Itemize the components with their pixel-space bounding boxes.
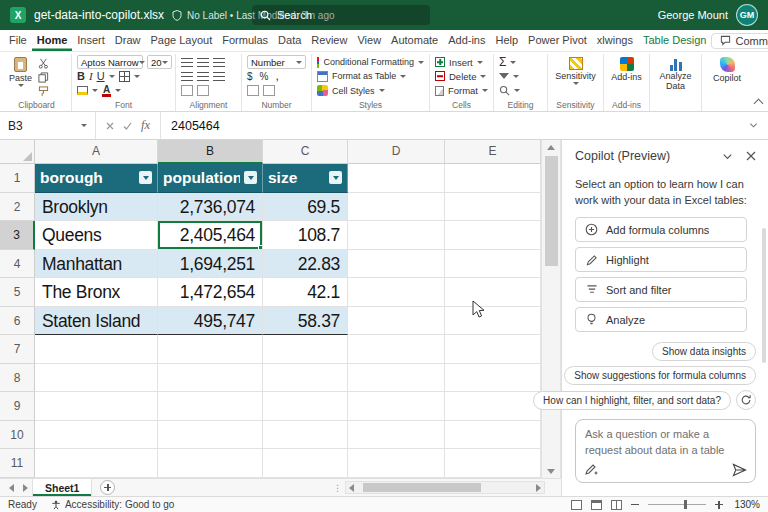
cell-c6[interactable]: 58.37 (263, 307, 348, 336)
increase-decimal-button[interactable] (247, 85, 259, 96)
font-color-button[interactable]: A (102, 85, 111, 97)
cell-d8[interactable] (348, 364, 445, 393)
copilot-option-add-formula-columns[interactable]: Add formula columns (575, 217, 747, 242)
cell-a2[interactable]: Brooklyn (35, 193, 158, 222)
format-as-table-button[interactable]: Format as Table (332, 71, 396, 81)
tab-formulas[interactable]: Formulas (217, 30, 273, 51)
cell-b4[interactable]: 1,694,251 (158, 250, 263, 279)
cell-d11[interactable] (348, 449, 445, 478)
cell-c9[interactable] (263, 392, 348, 421)
cancel-icon[interactable] (106, 122, 114, 130)
row-header-4[interactable]: 4 (0, 250, 35, 279)
cell-e2[interactable] (445, 193, 541, 222)
previous-sheet-button[interactable] (4, 484, 18, 492)
tab-draw[interactable]: Draw (110, 30, 146, 51)
cell-d6[interactable] (348, 307, 445, 336)
cell-d3[interactable] (348, 221, 445, 250)
borders-button[interactable] (119, 71, 130, 82)
tab-power-pivot[interactable]: Power Pivot (523, 30, 592, 51)
document-title[interactable]: get-data-into-copilot.xlsx (34, 8, 164, 22)
tab-help[interactable]: Help (490, 30, 523, 51)
font-name-select[interactable]: Aptos Narrow (77, 55, 143, 69)
cell-c5[interactable]: 42.1 (263, 278, 348, 307)
cell-c8[interactable] (263, 364, 348, 393)
number-format-select[interactable]: Number (247, 55, 306, 69)
cell-b5[interactable]: 1,472,654 (158, 278, 263, 307)
cell-e5[interactable] (445, 278, 541, 307)
cell-e11[interactable] (445, 449, 541, 478)
copilot-option-highlight[interactable]: Highlight (575, 247, 747, 272)
row-header-10[interactable]: 10 (0, 421, 35, 450)
add-sheet-button[interactable] (100, 480, 115, 495)
comma-style-button[interactable]: , (275, 69, 278, 83)
align-center-button[interactable] (197, 72, 209, 81)
wrap-text-button[interactable] (197, 85, 209, 96)
cell-styles-button[interactable]: Cell Styles (332, 86, 375, 96)
cell-e3[interactable] (445, 221, 541, 250)
row-header-5[interactable]: 5 (0, 278, 35, 307)
tab-view[interactable]: View (352, 30, 386, 51)
cell-b11[interactable] (158, 449, 263, 478)
cell-c3[interactable]: 108.7 (263, 221, 348, 250)
insert-cells-button[interactable]: Insert (449, 57, 473, 68)
cell-d2[interactable] (348, 193, 445, 222)
filter-button[interactable] (244, 171, 257, 184)
excel-app-icon[interactable]: X (10, 7, 26, 23)
format-painter-button[interactable] (36, 85, 51, 98)
addins-button[interactable]: Add-ins (607, 55, 646, 84)
prompt-pen-icon[interactable] (584, 463, 598, 476)
cut-button[interactable] (36, 57, 51, 70)
scroll-down-button[interactable] (542, 464, 560, 478)
cell-b6[interactable]: 495,747 (158, 307, 263, 336)
refresh-suggestions-button[interactable] (736, 390, 756, 410)
scroll-left-button[interactable] (349, 484, 354, 492)
cell-c2[interactable]: 69.5 (263, 193, 348, 222)
conditional-formatting-button[interactable]: Conditional Formatting (323, 57, 414, 67)
row-header-1[interactable]: 1 (0, 164, 35, 193)
cell-c11[interactable] (263, 449, 348, 478)
cell-d10[interactable] (348, 421, 445, 450)
tab-page-layout[interactable]: Page Layout (145, 30, 217, 51)
accounting-format-button[interactable]: $ (247, 71, 253, 82)
row-header-3[interactable]: 3 (0, 221, 35, 250)
column-header-c[interactable]: C (263, 140, 348, 164)
enter-icon[interactable] (123, 122, 132, 130)
search-input[interactable]: Search (252, 5, 430, 25)
scroll-up-button[interactable] (542, 140, 560, 154)
page-break-view-button[interactable] (611, 500, 622, 510)
cell-d9[interactable] (348, 392, 445, 421)
tab-review[interactable]: Review (306, 30, 352, 51)
cell-c4[interactable]: 22.83 (263, 250, 348, 279)
zoom-level[interactable]: 130% (732, 499, 760, 510)
zoom-slider-thumb[interactable] (684, 500, 688, 509)
align-bottom-button[interactable] (213, 58, 225, 67)
tab-add-ins[interactable]: Add-ins (443, 30, 490, 51)
tab-data[interactable]: Data (273, 30, 306, 51)
fill-color-button[interactable] (77, 86, 88, 95)
column-header-e[interactable]: E (445, 140, 541, 164)
tab-xlwings[interactable]: xlwings (592, 30, 638, 51)
chevron-down-icon[interactable] (722, 151, 733, 162)
page-layout-view-button[interactable] (591, 500, 602, 510)
zoom-in-button[interactable] (715, 501, 723, 509)
fill-handle[interactable] (258, 245, 263, 250)
cell-a4[interactable]: Manhattan (35, 250, 158, 279)
delete-cells-button[interactable]: Delete (449, 71, 476, 82)
underline-button[interactable]: U (97, 70, 105, 82)
vertical-scrollbar-thumb[interactable] (545, 156, 558, 266)
suggestion-chip-show-suggestions-for-formula-columns[interactable]: Show suggestions for formula columns (564, 366, 756, 385)
insert-function-button[interactable]: fx (141, 118, 150, 133)
cell-e10[interactable] (445, 421, 541, 450)
borders-dropdown-icon[interactable] (134, 75, 140, 78)
row-header-8[interactable]: 8 (0, 364, 35, 393)
sensitivity-button[interactable]: Sensitivity (551, 55, 600, 87)
autosum-button[interactable]: Σ (499, 55, 506, 69)
cell-a5[interactable]: The Bronx (35, 278, 158, 307)
column-header-a[interactable]: A (35, 140, 158, 164)
suggestion-chip-show-data-insights[interactable]: Show data insights (652, 342, 756, 361)
cell-a6[interactable]: Staten Island (35, 307, 158, 336)
tab-automate[interactable]: Automate (386, 30, 443, 51)
cell-d7[interactable] (348, 335, 445, 364)
collapse-ribbon-icon[interactable] (754, 99, 764, 109)
scroll-right-button[interactable] (536, 484, 541, 492)
